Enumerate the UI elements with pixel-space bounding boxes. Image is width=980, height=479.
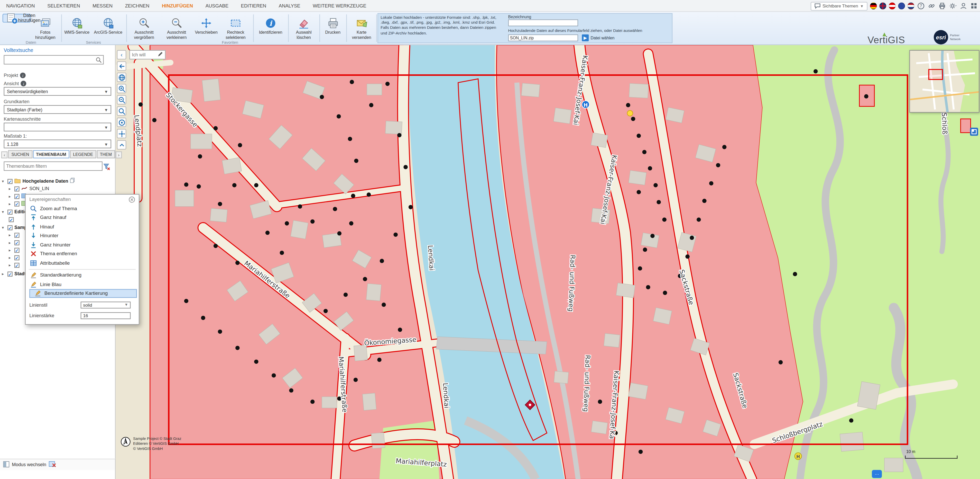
previous-extent-button[interactable] bbox=[117, 61, 126, 70]
checkbox-checked[interactable]: ✓ bbox=[14, 201, 19, 206]
tree-row[interactable]: ▸✓ bbox=[9, 254, 21, 261]
context-menu-item-standardkartierung[interactable]: Standardkartierung bbox=[26, 271, 139, 279]
tree-row[interactable]: ▸✓ bbox=[9, 232, 21, 238]
tree-row-son-lin[interactable]: ▸ ✓ SON_LIN bbox=[9, 185, 49, 192]
tree-row[interactable]: ▸✓ bbox=[9, 239, 21, 246]
tabs-scroll-right-button[interactable]: › bbox=[116, 152, 122, 158]
checkbox-checked[interactable]: ✓ bbox=[14, 233, 19, 238]
expand-arrow-icon[interactable]: ▸ bbox=[2, 271, 6, 276]
checkbox-checked[interactable]: ✓ bbox=[14, 247, 19, 252]
flag-german-icon[interactable] bbox=[870, 3, 877, 10]
context-menu-item-thema-entfernen[interactable]: Thema entfernen bbox=[26, 249, 139, 258]
tree-row[interactable]: ▸✓ bbox=[9, 262, 21, 268]
center-map-button[interactable] bbox=[117, 118, 126, 127]
menu-tab-zeichnen[interactable]: ZEICHNEN bbox=[119, 3, 156, 8]
checkbox-checked[interactable]: ✓ bbox=[14, 255, 19, 260]
flag-english-icon[interactable] bbox=[879, 3, 886, 10]
map-extent-select[interactable]: ▼ bbox=[4, 123, 111, 131]
scale-select[interactable]: 1.128▼ bbox=[4, 139, 111, 148]
help-icon[interactable]: ? bbox=[917, 2, 925, 10]
overview-map[interactable] bbox=[909, 50, 979, 113]
checkbox-checked[interactable]: ✓ bbox=[9, 217, 14, 222]
map-viewport[interactable]: H H Stockergasse Lendplatz Mariahilferst… bbox=[116, 45, 980, 479]
menu-tab-ausgabe[interactable]: AUSGABE bbox=[199, 3, 235, 8]
context-menu-item-attributtabelle[interactable]: Attributtabelle bbox=[26, 259, 139, 268]
ribbon-button-drucken[interactable]: Drucken bbox=[321, 14, 345, 42]
pan-mode-button[interactable] bbox=[117, 129, 126, 138]
zoom-out-button[interactable] bbox=[117, 95, 126, 104]
tabs-scroll-left-button[interactable]: ‹ bbox=[1, 152, 8, 158]
basemap-select[interactable]: Stadtplan (Farbe)▼ bbox=[4, 105, 111, 114]
expand-arrow-icon[interactable]: ▸ bbox=[9, 201, 13, 206]
overview-extent-rect[interactable] bbox=[929, 69, 943, 80]
checkbox-checked[interactable]: ✓ bbox=[8, 225, 12, 230]
tab-legende[interactable]: LEGENDE bbox=[70, 150, 96, 158]
ribbon-button-ausschnitt-verkleinern[interactable]: Ausschnitt verkleinern bbox=[161, 14, 192, 42]
fulltext-search-input[interactable] bbox=[4, 55, 104, 64]
feedback-chat-icon[interactable]: ··· bbox=[872, 470, 882, 478]
search-icon[interactable] bbox=[95, 56, 102, 64]
checkbox-checked[interactable]: ✓ bbox=[14, 240, 19, 245]
zoom-box-button[interactable] bbox=[117, 107, 126, 116]
tree-row[interactable]: ✓ bbox=[9, 216, 16, 223]
expand-arrow-icon[interactable]: ▾ bbox=[2, 209, 6, 214]
context-menu-item-zoom-auf-thema[interactable]: Zoom auf Thema bbox=[26, 204, 139, 213]
checkbox-checked[interactable]: ✓ bbox=[14, 194, 19, 199]
expand-arrow-icon[interactable]: ▾ bbox=[2, 179, 6, 184]
ribbon-button-wms-service[interactable]: WMS-Service bbox=[62, 14, 91, 42]
context-menu-item-ganz-hinauf[interactable]: Ganz hinauf bbox=[26, 213, 139, 222]
checkbox-checked[interactable]: ✓ bbox=[14, 262, 19, 267]
map-close-icon[interactable] bbox=[49, 461, 56, 468]
fulltext-search-link[interactable]: Volltextsuche bbox=[4, 48, 33, 53]
sidebar-collapse-button[interactable]: ‹ bbox=[117, 50, 126, 59]
ribbon-button-verschieben[interactable]: Verschieben bbox=[193, 14, 220, 42]
choose-file-button[interactable]: ▶ Datei wählen bbox=[582, 35, 615, 42]
theme-filter-input[interactable] bbox=[4, 161, 102, 171]
tab-them-truncated[interactable]: THEM bbox=[97, 150, 115, 158]
ribbon-button-fotos-hinzufuegen[interactable]: Fotos hinzufügen bbox=[31, 14, 59, 42]
expand-arrow-icon[interactable]: ▸ bbox=[9, 186, 13, 191]
ribbon-button-arcgis-service[interactable]: ArcGIS-Service bbox=[92, 14, 124, 42]
checkbox-checked[interactable]: ✓ bbox=[8, 271, 12, 276]
menu-tab-editieren[interactable]: EDITIEREN bbox=[235, 3, 272, 8]
ribbon-button-rechteck-selektieren[interactable]: Rechteck selektieren bbox=[220, 14, 251, 42]
ich-will-searchbox[interactable]: Ich will bbox=[129, 50, 166, 59]
tab-suchen[interactable]: SUCHEN bbox=[8, 150, 32, 158]
ribbon-button-karte-versenden[interactable]: Karte versenden bbox=[347, 14, 375, 42]
zoom-in-button[interactable] bbox=[117, 84, 126, 93]
expand-arrow-icon[interactable]: ▾ bbox=[2, 225, 6, 230]
context-menu-item-ganz-hinunter[interactable]: Ganz hinunter bbox=[26, 240, 139, 249]
full-extent-globe-button[interactable] bbox=[117, 73, 126, 82]
ribbon-button-ausschnitt-vergroessern[interactable]: Ausschnitt vergrößern bbox=[128, 14, 160, 42]
print-icon[interactable] bbox=[938, 2, 947, 10]
overview-toggle-button[interactable] bbox=[970, 128, 978, 136]
filter-clear-icon[interactable] bbox=[102, 163, 110, 170]
line-style-select[interactable]: solid▼ bbox=[81, 301, 131, 308]
tab-themenbaum[interactable]: THEMENBAUM bbox=[33, 150, 69, 158]
menu-tab-hinzufuegen[interactable]: HINZUFÜGEN bbox=[156, 3, 199, 8]
menu-tab-analyse[interactable]: ANALYSE bbox=[272, 3, 306, 8]
settings-gear-icon[interactable] bbox=[949, 2, 957, 10]
info-icon[interactable]: i bbox=[20, 73, 26, 78]
flag-eu-icon[interactable] bbox=[898, 3, 905, 10]
close-icon[interactable] bbox=[129, 196, 135, 203]
context-menu-item-hinunter[interactable]: Hinunter bbox=[26, 231, 139, 240]
link-icon[interactable] bbox=[928, 2, 936, 10]
line-width-input[interactable] bbox=[81, 312, 131, 319]
ribbon-button-auswahl-loeschen[interactable]: Auswahl löschen bbox=[290, 14, 318, 42]
tree-row[interactable]: ▸✓ bbox=[9, 246, 21, 253]
context-menu-item-linie-blau[interactable]: Linie Blau bbox=[26, 279, 139, 289]
checkbox-checked[interactable]: ✓ bbox=[14, 186, 19, 191]
user-icon[interactable] bbox=[959, 2, 968, 10]
upload-file-field[interactable]: SON_LIN.zip bbox=[508, 35, 578, 42]
ribbon-button-identifizieren[interactable]: i Identifizieren bbox=[255, 14, 286, 42]
mode-switch-label[interactable]: Modus wechseln bbox=[12, 462, 46, 468]
checkbox-checked[interactable]: ✓ bbox=[8, 209, 12, 214]
menu-tab-navigation[interactable]: NAVIGATION bbox=[0, 3, 41, 8]
menu-tab-messen[interactable]: MESSEN bbox=[86, 3, 119, 8]
visible-themes-dropdown[interactable]: Sichtbare Themen ▼ bbox=[811, 2, 867, 10]
tree-row-hochgeladene-daten[interactable]: ▾ ✓ Hochgeladene Daten bbox=[2, 178, 75, 185]
scroll-up-button[interactable] bbox=[117, 140, 126, 150]
checkbox-checked[interactable]: ✓ bbox=[8, 179, 12, 184]
info-icon[interactable]: i bbox=[21, 81, 27, 86]
